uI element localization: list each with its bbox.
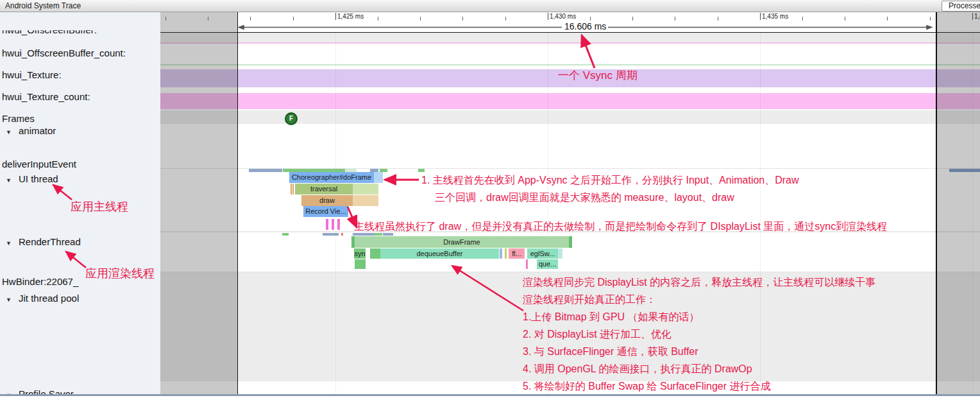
unselected-range-overlay bbox=[936, 12, 980, 394]
ruler-minor-tick bbox=[930, 17, 931, 21]
sidebar-item-animator[interactable]: ▼animator bbox=[2, 125, 56, 136]
sidebar-item-label: hwui_Texture: bbox=[2, 69, 62, 80]
sidebar-item-hwui-offscreenbuffer[interactable]: hwui_OffscreenBuffer: bbox=[2, 24, 97, 35]
sidebar-item-label: UI thread bbox=[19, 173, 58, 184]
selection-boundary-line[interactable] bbox=[237, 12, 238, 395]
trace-slice-fragment bbox=[370, 248, 380, 259]
sidebar-item-deliverinputevent[interactable]: deliverInputEvent bbox=[2, 159, 76, 169]
expand-triangle-icon[interactable]: ▼ bbox=[2, 297, 19, 303]
trace-slice-fragment bbox=[337, 219, 340, 230]
processes-button[interactable]: Processes bbox=[942, 1, 980, 12]
trace-slice-fragment bbox=[374, 172, 383, 183]
trace-slice[interactable]: que... bbox=[537, 259, 558, 269]
trace-slice-fragment bbox=[500, 248, 502, 259]
sidebar-item-label: Frames bbox=[2, 113, 35, 124]
ruler-major-tick bbox=[972, 13, 973, 20]
expand-triangle-icon[interactable]: ▼ bbox=[2, 177, 19, 184]
selection-boundary-line[interactable] bbox=[936, 12, 937, 395]
trace-slice-fragment bbox=[323, 233, 339, 236]
frame-marker[interactable]: F bbox=[285, 112, 298, 125]
ruler-minor-tick bbox=[378, 17, 378, 21]
unselected-range-overlay bbox=[160, 12, 237, 394]
ruler-minor-tick bbox=[462, 17, 463, 21]
ruler-minor-tick bbox=[887, 17, 888, 21]
trace-slice-fragment bbox=[353, 233, 374, 236]
ruler-major-tick bbox=[760, 13, 761, 20]
track-band bbox=[160, 231, 980, 232]
ruler-minor-tick bbox=[420, 17, 421, 21]
ruler-minor-tick bbox=[632, 17, 633, 21]
sidebar-item-hwui-texture-count[interactable]: hwui_Texture_count: bbox=[2, 91, 90, 102]
window-title: Android System Trace bbox=[5, 1, 81, 10]
trace-slice-fragment bbox=[292, 184, 294, 195]
gridline bbox=[548, 33, 548, 394]
title-bar: Android System Trace bbox=[0, 0, 980, 12]
ruler-minor-tick bbox=[505, 17, 506, 21]
sidebar-item-hwui-texture[interactable]: hwui_Texture: bbox=[2, 69, 62, 80]
track-band bbox=[160, 273, 980, 381]
trace-slice[interactable]: draw bbox=[301, 195, 353, 206]
measurement-label: 16.606 ms bbox=[564, 21, 606, 31]
track-band bbox=[160, 64, 980, 65]
timeline-area[interactable]: 1,425 ms1,430 ms1,435 ms1,440Choreograph… bbox=[160, 0, 980, 398]
sidebar-item-hwui-offscreenbuffer-count[interactable]: hwui_OffscreenBuffer_count: bbox=[2, 48, 126, 58]
sidebar-item-ui-thread[interactable]: ▼UI thread bbox=[2, 173, 58, 184]
trace-slice-fragment bbox=[332, 219, 334, 230]
trace-slice[interactable]: fl... bbox=[509, 248, 525, 259]
ruler-minor-tick bbox=[845, 17, 845, 21]
trace-slice-fragment bbox=[355, 259, 366, 269]
trace-slice-fragment bbox=[374, 233, 382, 236]
bottom-scrollbar[interactable] bbox=[0, 394, 980, 396]
track-band bbox=[160, 42, 980, 44]
trace-slice-fragment bbox=[558, 248, 562, 259]
trace-slice-fragment bbox=[526, 259, 528, 269]
trace-slice[interactable]: Choreographer#doFrame bbox=[289, 172, 374, 183]
trace-slice-fragment bbox=[282, 233, 289, 236]
trace-slice[interactable]: eglSw... bbox=[527, 248, 558, 259]
ruler-minor-tick bbox=[250, 17, 251, 21]
trace-slice[interactable]: DrawFrame bbox=[355, 236, 569, 248]
ruler-minor-tick bbox=[718, 17, 718, 21]
sidebar-item-hwbinder-22067[interactable]: HwBinder:22067_ bbox=[2, 276, 78, 287]
trace-slice-fragment bbox=[569, 236, 572, 248]
trace-slice-fragment bbox=[418, 169, 425, 172]
sidebar-item-label: animator bbox=[19, 125, 56, 136]
sidebar-item-jit-thread-pool[interactable]: ▼Jit thread pool bbox=[2, 293, 79, 304]
ruler-minor-tick bbox=[208, 17, 208, 21]
sidebar-item-label: HwBinder:22067_ bbox=[2, 276, 78, 287]
sidebar-item-profile-saver[interactable]: ▼Profile Saver bbox=[2, 388, 74, 398]
track-band bbox=[160, 33, 980, 42]
track-band bbox=[160, 110, 980, 124]
sidebar-item-frames[interactable]: Frames bbox=[2, 113, 35, 124]
trace-slice-fragment bbox=[353, 195, 378, 206]
trace-slice-fragment bbox=[505, 248, 507, 259]
sidebar-item-renderthread[interactable]: ▼RenderThread bbox=[2, 236, 81, 247]
trace-slice-fragment bbox=[341, 233, 343, 236]
ruler-tick-label: 1,440 bbox=[974, 13, 980, 20]
ruler-major-tick bbox=[335, 13, 336, 20]
trace-slice[interactable]: dequeueBuffer bbox=[380, 248, 499, 259]
track-band bbox=[160, 69, 980, 87]
sidebar-item-label: hwui_OffscreenBuffer_count: bbox=[2, 48, 126, 58]
track-band bbox=[160, 93, 980, 109]
expand-triangle-icon[interactable]: ▼ bbox=[2, 129, 19, 135]
trace-slice-fragment bbox=[353, 184, 378, 195]
trace-slice[interactable]: traversal bbox=[295, 184, 353, 195]
ruler-tick-label: 1,435 ms bbox=[762, 13, 788, 20]
expand-triangle-icon[interactable]: ▼ bbox=[2, 240, 19, 247]
ruler-minor-tick bbox=[590, 17, 591, 21]
sidebar-item-label: hwui_Texture_count: bbox=[2, 91, 90, 102]
ruler-minor-tick bbox=[165, 17, 166, 21]
trace-slice[interactable]: Record Vie... bbox=[303, 206, 348, 217]
trace-slice[interactable]: syn bbox=[354, 248, 366, 259]
ruler-major-tick bbox=[548, 13, 548, 20]
ruler-minor-tick bbox=[802, 17, 803, 21]
sidebar-item-label: RenderThread bbox=[19, 236, 81, 247]
track-label-sidebar: hwui_OffscreenBuffer:hwui_OffscreenBuffe… bbox=[0, 12, 160, 394]
gridline bbox=[760, 33, 761, 394]
app-window: Android System Trace Processes hwui_Offs… bbox=[0, 0, 980, 398]
sidebar-item-label: deliverInputEvent bbox=[2, 159, 76, 169]
trace-slice-fragment bbox=[249, 169, 282, 172]
ruler-minor-tick bbox=[675, 17, 675, 21]
ruler-tick-label: 1,430 ms bbox=[550, 13, 576, 20]
